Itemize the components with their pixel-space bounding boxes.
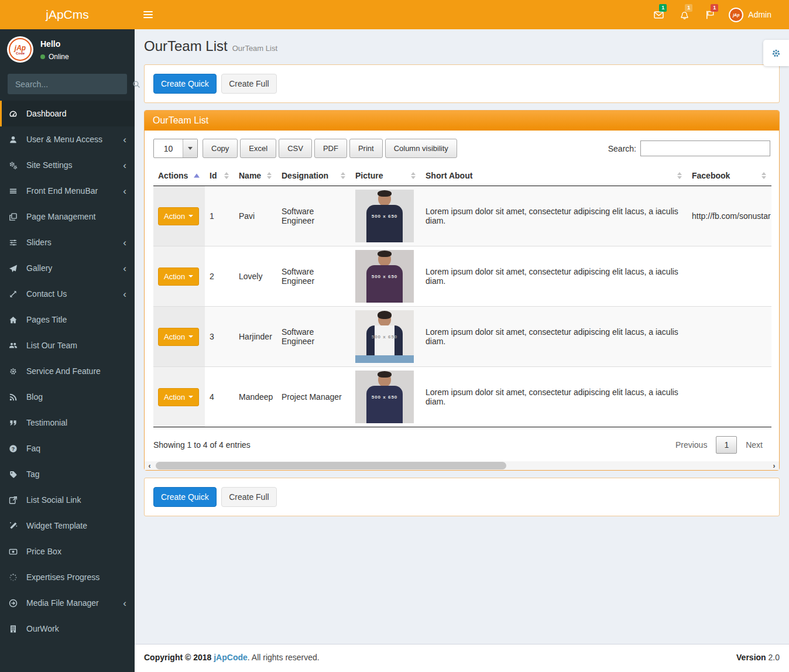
sidebar-item-label: Page Management xyxy=(26,212,95,221)
sidebar-item-page-management[interactable]: Page Management xyxy=(0,204,135,229)
sidebar-search-input[interactable] xyxy=(8,80,129,89)
sidebar-item-tag[interactable]: Tag xyxy=(0,461,135,487)
page-length-value: 10 xyxy=(154,139,183,157)
dt-button-column-visibility[interactable]: Column visibility xyxy=(385,139,457,158)
column-header-picture[interactable]: Picture xyxy=(351,166,421,186)
control-sidebar-toggle-button[interactable] xyxy=(763,40,789,66)
table-row: Action 1 Pavi Software Engineer 500 x 65… xyxy=(153,186,771,246)
sidebar-item-label: Tag xyxy=(26,469,40,479)
sidebar-item-expertises-progress[interactable]: Expertises Progress xyxy=(0,564,135,590)
sidebar-item-sliders[interactable]: Sliders‹ xyxy=(0,229,135,255)
sidebar-item-widget-template[interactable]: Widget Template xyxy=(0,513,135,539)
action-dropdown-button[interactable]: Action xyxy=(158,328,199,346)
scroll-left-arrow[interactable]: ‹ xyxy=(145,461,155,470)
cell-designation: Software Engineer xyxy=(277,307,351,367)
cell-designation: Software Engineer xyxy=(277,246,351,307)
action-dropdown-button[interactable]: Action xyxy=(158,388,199,406)
column-header-actions[interactable]: Actions xyxy=(153,166,205,186)
sliders-icon xyxy=(9,238,21,247)
sidebar-item-price-box[interactable]: Price Box xyxy=(0,539,135,564)
scrollbar-track[interactable] xyxy=(155,461,769,470)
avatar: jApCode xyxy=(7,36,33,63)
create-full-button-bottom[interactable]: Create Full xyxy=(221,487,276,507)
pagination-page-1[interactable]: 1 xyxy=(716,436,737,454)
users-icon xyxy=(9,341,21,350)
user-menu[interactable]: jAp Admin xyxy=(723,8,777,22)
user-icon xyxy=(9,135,21,144)
caret-down-icon xyxy=(188,215,193,217)
create-quick-button-bottom[interactable]: Create Quick xyxy=(153,487,217,507)
app-logo[interactable]: jApCms xyxy=(0,0,135,29)
chevron-left-icon: ‹ xyxy=(123,160,126,170)
money-icon xyxy=(9,547,21,556)
hamburger-icon xyxy=(143,11,153,12)
scroll-right-arrow[interactable]: › xyxy=(769,461,779,470)
sidebar-item-site-settings[interactable]: Site Settings‹ xyxy=(0,152,135,178)
cell-designation: Software Engineer xyxy=(277,186,351,246)
bars-icon xyxy=(9,187,21,196)
sidebar-search-button[interactable] xyxy=(129,74,144,94)
page-length-select[interactable]: 10 xyxy=(153,139,198,158)
cell-name: Lovely xyxy=(234,246,277,307)
gauge-icon xyxy=(9,109,21,118)
sidebar-item-ourwork[interactable]: OurWork xyxy=(0,616,135,642)
column-header-facebook[interactable]: Facebook xyxy=(687,166,771,186)
flags-menu[interactable]: 1 xyxy=(697,0,723,29)
sidebar-user-panel: jApCode Hello Online xyxy=(0,29,135,68)
team-member-photo: 500 x 650 xyxy=(355,310,414,363)
sidebar-item-media-file-manager[interactable]: Media File Manager‹ xyxy=(0,590,135,616)
sidebar-item-pages-title[interactable]: Pages Title xyxy=(0,307,135,332)
sidebar-item-label: Gallery xyxy=(26,263,52,273)
sidebar-item-label: Dashboard xyxy=(26,109,67,118)
sidebar-item-list-social-link[interactable]: List Social Link xyxy=(0,487,135,513)
sidebar-item-testimonial[interactable]: Testimonial xyxy=(0,410,135,436)
sidebar-item-label: Front End MenuBar xyxy=(26,186,98,196)
sidebar-item-front-end-menubar[interactable]: Front End MenuBar‹ xyxy=(0,178,135,204)
sidebar-item-list-our-team[interactable]: List Our Team xyxy=(0,332,135,358)
action-dropdown-button[interactable]: Action xyxy=(158,207,199,225)
scrollbar-thumb[interactable] xyxy=(156,462,506,469)
user-greeting: Hello xyxy=(40,39,69,49)
ourteam-table: ActionsIdNameDesignationPictureShort Abo… xyxy=(153,166,771,427)
notifications-menu[interactable]: 1 xyxy=(671,0,697,29)
sidebar-item-contact-us[interactable]: Contact Us‹ xyxy=(0,281,135,307)
sidebar-item-dashboard[interactable]: Dashboard xyxy=(0,101,135,126)
share-square-icon xyxy=(9,496,21,505)
dt-button-copy[interactable]: Copy xyxy=(203,139,238,158)
pagination-next[interactable]: Next xyxy=(738,437,770,453)
sidebar-item-label: OurWork xyxy=(26,624,59,633)
quote-icon xyxy=(9,419,21,427)
action-dropdown-button[interactable]: Action xyxy=(158,268,199,286)
column-header-name[interactable]: Name xyxy=(234,166,277,186)
sidebar-item-blog[interactable]: Blog xyxy=(0,384,135,410)
messages-menu[interactable]: 1 xyxy=(646,0,671,29)
sidebar-item-gallery[interactable]: Gallery‹ xyxy=(0,255,135,281)
chevron-left-icon: ‹ xyxy=(123,186,126,196)
export-buttons: CopyExcelCSVPDFPrintColumn visibility xyxy=(203,139,457,158)
japcode-link[interactable]: jApCode xyxy=(214,653,248,662)
sidebar-item-faq[interactable]: Faq xyxy=(0,436,135,461)
column-header-id[interactable]: Id xyxy=(205,166,234,186)
column-header-designation[interactable]: Designation xyxy=(277,166,351,186)
team-member-photo: 500 x 650 xyxy=(355,371,414,423)
sidebar-toggle-button[interactable] xyxy=(135,0,162,29)
pagination-previous[interactable]: Previous xyxy=(668,437,715,453)
online-status-label: Online xyxy=(49,53,69,61)
table-search-input[interactable] xyxy=(640,140,770,156)
sidebar-item-label: Expertises Progress xyxy=(26,572,100,582)
column-header-short-about[interactable]: Short About xyxy=(421,166,687,186)
sidebar-item-user-menu-access[interactable]: User & Menu Access‹ xyxy=(0,126,135,152)
version-info: Version 2.0 xyxy=(736,653,780,662)
dt-button-print[interactable]: Print xyxy=(349,139,383,158)
page-subtitle: OurTeam List xyxy=(232,44,277,53)
horizontal-scrollbar: ‹ › xyxy=(145,461,779,470)
ourteam-list-panel: OurTeam List 10 CopyExcelCSVPDFPrintColu… xyxy=(144,110,780,471)
create-quick-button[interactable]: Create Quick xyxy=(153,74,217,94)
sidebar-item-service-and-feature[interactable]: Service And Feature xyxy=(0,358,135,384)
content-header: OurTeam ListOurTeam List xyxy=(135,29,789,54)
dt-button-excel[interactable]: Excel xyxy=(240,139,276,158)
create-full-button[interactable]: Create Full xyxy=(221,74,276,94)
sidebar-item-label: Site Settings xyxy=(26,160,73,170)
dt-button-csv[interactable]: CSV xyxy=(279,139,312,158)
dt-button-pdf[interactable]: PDF xyxy=(314,139,347,158)
